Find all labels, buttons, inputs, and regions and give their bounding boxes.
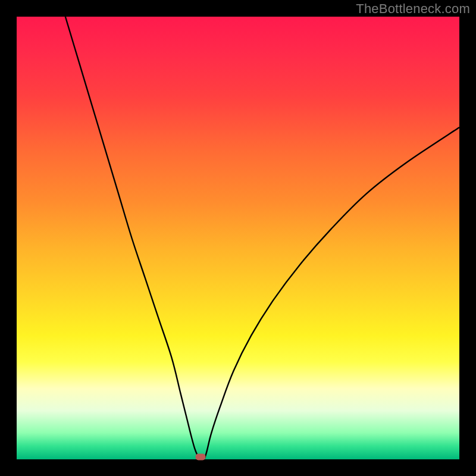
plot-area <box>17 17 459 459</box>
curve-path <box>65 17 459 458</box>
minimum-marker <box>195 454 205 461</box>
watermark-text: TheBottleneck.com <box>356 1 470 17</box>
bottleneck-curve <box>17 17 459 459</box>
chart-frame: TheBottleneck.com <box>0 0 476 476</box>
